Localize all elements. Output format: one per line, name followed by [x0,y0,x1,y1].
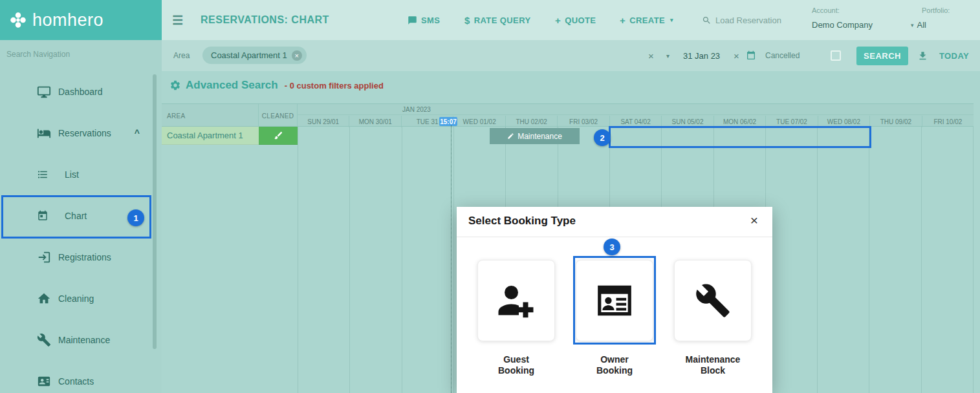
guest-booking-card[interactable] [477,260,555,341]
calendar-icon [746,50,756,61]
home-icon [37,292,51,306]
pencil-icon [507,133,514,140]
download-icon [917,50,928,61]
cancelled-label: Cancelled [765,40,800,71]
sidebar-item-reservations[interactable]: Reservations ^ [0,112,162,154]
create-button[interactable]: + CREATE ▾ [620,0,673,40]
annotation-circle-step1: 1 [127,209,144,226]
date-field[interactable]: 31 Jan 23 [683,40,720,71]
cleaned-status-cell[interactable] [259,127,298,145]
portfolio-select[interactable]: ▾ All [911,20,926,30]
annotation-circle-step3: 3 [604,239,620,255]
brand-logo: homhero [0,0,162,40]
wrench-icon [695,282,731,319]
sidebar-item-label: Contacts [58,376,94,387]
date-picker-button[interactable] [746,40,756,71]
modal-title: Select Booking Type [468,215,576,228]
app-root: homhero Dashboard Reservations ^ [0,0,980,393]
day-header: FRI 10/02 [922,116,974,127]
sidebar-item-label: Cleaning [58,293,94,304]
rate-query-button[interactable]: $ RATE QUERY [464,0,531,40]
search-icon [702,16,712,25]
download-button[interactable] [917,40,928,71]
owner-booking-label: OwnerBooking [576,354,653,376]
quote-button[interactable]: + QUOTE [555,0,596,40]
brand-name: homhero [32,10,103,30]
close-icon[interactable]: × [750,213,758,228]
cancelled-checkbox[interactable] [831,50,841,61]
load-reservation-field[interactable] [702,0,796,40]
close-icon: × [648,50,654,61]
sidebar-item-list[interactable]: List [0,154,162,195]
sidebar-scrollbar[interactable] [153,74,157,349]
close-icon: × [734,50,739,61]
sidebar-item-label: Registrations [58,252,111,262]
portfolio-label: Portfolio: [922,6,950,14]
gear-icon [169,80,181,91]
search-button[interactable]: SEARCH [856,47,908,65]
maintenance-block-label: MaintenanceBlock [674,354,752,376]
sidebar-search-input[interactable] [6,47,136,62]
day-header: MON 30/01 [349,116,400,127]
annotation-box-step2 [609,126,871,148]
maintenance-booking-block[interactable]: Maintenance [490,128,580,144]
day-header: THU 02/02 [505,116,557,127]
filter-bar: Area Coastal Apartment 1 × × ▾ 31 Jan 23… [162,40,980,71]
current-time-badge: 15:07 [439,117,457,126]
caret-down-icon: ▾ [666,52,670,59]
area-label: Area [173,40,190,71]
date-clear-button[interactable]: × [734,40,739,71]
area-column-header: AREA [162,104,259,127]
plus-icon: + [555,15,561,26]
advanced-search-toggle[interactable]: Advanced Search - 0 custom filters appli… [169,79,384,92]
chart-header: AREA CLEANED JAN 2023 SUN 29/01 MON 30/0… [162,103,974,127]
sidebar-item-cleaning[interactable]: Cleaning [0,278,162,319]
sidebar-item-dashboard[interactable]: Dashboard [0,71,162,112]
current-time-line [451,125,452,393]
sidebar-item-label: List [65,169,79,180]
hamburger-icon: ☰ [172,13,183,28]
brush-icon [274,131,283,140]
month-label: JAN 2023 [402,106,431,113]
area-filter-chip[interactable]: Coastal Apartment 1 × [202,47,307,64]
plus-icon: + [620,15,626,26]
advanced-search-title: Advanced Search [186,79,278,92]
monitor-icon [37,85,51,99]
wrench-icon [37,333,51,347]
sms-button[interactable]: SMS [408,0,440,40]
chevron-up-icon[interactable]: ^ [135,128,140,138]
row-area-name: Coastal Apartment 1 [162,127,259,145]
custom-filters-note: - 0 custom filters applied [285,81,384,90]
sidebar-item-registrations[interactable]: Registrations [0,237,162,278]
maintenance-block-card[interactable] [674,260,752,341]
month-row: JAN 2023 [298,104,974,115]
chat-bubble-icon [408,16,417,25]
cleaned-column-header: CLEANED [259,104,298,127]
hamburger-menu-button[interactable]: ☰ [172,0,183,40]
chip-remove-icon[interactable]: × [292,50,302,61]
today-button[interactable]: TODAY [939,40,969,71]
sidebar-item-label: Maintenance [58,335,110,345]
caret-down-icon: ▾ [911,22,914,28]
sidebar-item-contacts[interactable]: Contacts [0,361,162,393]
top-bar: ☰ RESERVATIONS: CHART SMS $ RATE QUERY +… [162,0,980,40]
area-clear-button[interactable]: × [648,40,654,71]
contact-card-icon [37,374,51,388]
person-add-icon [497,281,536,320]
account-label: Account: [812,6,840,14]
flower-logo-icon [8,10,28,30]
dollar-icon: $ [464,15,470,26]
day-header: THU 09/02 [869,116,921,127]
list-icon [37,169,49,180]
day-header: SUN 29/01 [298,116,349,127]
load-reservation-input[interactable] [715,16,796,25]
day-header: WED 01/02 [453,116,505,127]
sidebar-item-maintenance[interactable]: Maintenance [0,319,162,361]
area-dropdown-caret[interactable]: ▾ [666,40,670,71]
page-title: RESERVATIONS: CHART [201,0,329,40]
annotation-box-step3 [573,256,656,345]
modal-divider [457,237,772,237]
sidebar-item-label: Reservations [58,128,111,138]
booking-type-labels: GuestBooking OwnerBooking MaintenanceBlo… [477,354,752,376]
account-select[interactable]: Demo Company [812,20,873,30]
